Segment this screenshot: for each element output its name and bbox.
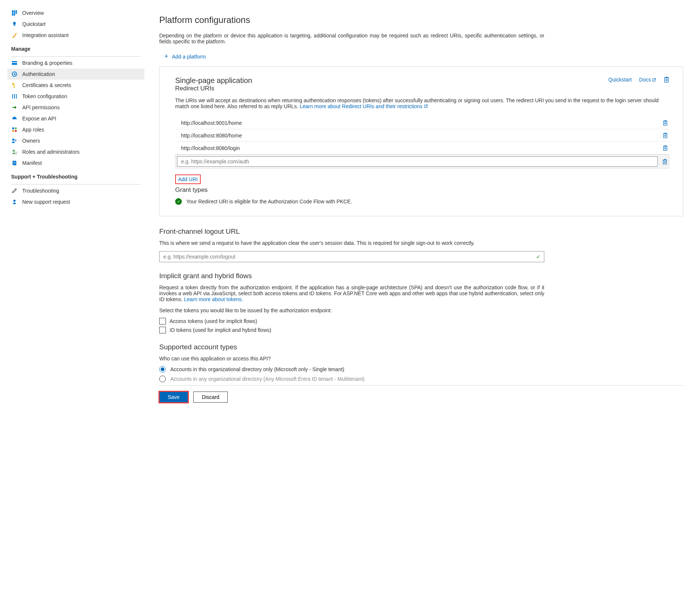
sidebar-label: Branding & properties bbox=[22, 60, 72, 66]
svg-point-8 bbox=[15, 33, 17, 34]
page-title: Platform configurations bbox=[159, 15, 683, 25]
svg-rect-19 bbox=[15, 127, 17, 129]
sidebar-label: Roles and administrators bbox=[22, 149, 80, 155]
sidebar-label: API permissions bbox=[22, 104, 60, 110]
delete-uri-icon[interactable] bbox=[662, 132, 668, 139]
svg-rect-2 bbox=[16, 10, 17, 12]
wand-icon bbox=[11, 32, 18, 39]
svg-rect-27 bbox=[13, 162, 16, 162]
logout-heading: Front-channel logout URL bbox=[159, 227, 544, 236]
sidebar-section-manage: Manage bbox=[7, 41, 144, 55]
cloud-icon bbox=[11, 115, 18, 122]
spa-title: Single-page application bbox=[175, 76, 252, 85]
sidebar-item-troubleshooting[interactable]: Troubleshooting bbox=[7, 185, 144, 196]
uri-row: http://localhost:8080/home bbox=[175, 129, 669, 142]
sidebar-section-support: Support + Troubleshooting bbox=[7, 169, 144, 183]
account-types-heading: Supported account types bbox=[159, 343, 544, 351]
sidebar-item-api-permissions[interactable]: API permissions bbox=[7, 102, 144, 113]
sidebar-label: Authentication bbox=[22, 71, 55, 77]
sidebar-item-authentication[interactable]: Authentication bbox=[7, 69, 144, 80]
external-link-icon bbox=[652, 78, 656, 82]
sidebar-item-roles-admins[interactable]: Roles and administrators bbox=[7, 146, 144, 157]
arrow-circle-icon bbox=[11, 71, 18, 77]
svg-point-24 bbox=[13, 150, 15, 152]
sidebar-item-quickstart[interactable]: Quickstart bbox=[7, 19, 144, 30]
logout-description: This is where we send a request to have … bbox=[159, 240, 544, 246]
save-button[interactable]: Save bbox=[159, 392, 188, 403]
svg-rect-21 bbox=[15, 130, 17, 132]
support-icon bbox=[11, 199, 18, 205]
grid-icon bbox=[11, 10, 18, 16]
svg-point-22 bbox=[12, 139, 14, 141]
quickstart-link[interactable]: Quickstart bbox=[608, 77, 632, 83]
svg-rect-28 bbox=[13, 163, 16, 163]
sidebar: Overview Quickstart Integration assistan… bbox=[0, 0, 144, 410]
sidebar-item-overview[interactable]: Overview bbox=[7, 7, 144, 19]
roles-icon bbox=[11, 126, 18, 133]
new-uri-input[interactable] bbox=[177, 156, 658, 167]
sidebar-label: App roles bbox=[22, 127, 44, 133]
svg-rect-16 bbox=[14, 94, 15, 99]
access-tokens-checkbox-row: Access tokens (used for implicit flows) bbox=[159, 318, 544, 324]
access-tokens-checkbox[interactable] bbox=[159, 318, 166, 324]
sidebar-item-expose-api[interactable]: Expose an API bbox=[7, 113, 144, 124]
add-platform-button[interactable]: + Add a platform bbox=[159, 50, 206, 66]
admin-icon bbox=[11, 149, 18, 155]
sidebar-item-certificates[interactable]: Certificates & secrets bbox=[7, 80, 144, 91]
implicit-heading: Implicit grant and hybrid flows bbox=[159, 272, 544, 280]
implicit-description: Request a token directly from the author… bbox=[159, 284, 544, 302]
uri-text: http://localhost:8080/login bbox=[181, 145, 662, 151]
sidebar-item-manifest[interactable]: Manifest bbox=[7, 157, 144, 169]
sidebar-item-token-config[interactable]: Token configuration bbox=[7, 91, 144, 102]
uri-list: http://localhost:9001/home http://localh… bbox=[175, 117, 669, 169]
redirect-heading: Redirect URIs bbox=[175, 85, 252, 92]
sidebar-label: Troubleshooting bbox=[22, 188, 59, 194]
people-icon bbox=[11, 137, 18, 144]
rocket-icon bbox=[11, 21, 18, 27]
sidebar-label: Owners bbox=[22, 138, 40, 144]
sidebar-label: Integration assistant bbox=[22, 32, 69, 38]
discard-button[interactable]: Discard bbox=[193, 392, 228, 403]
add-uri-button[interactable]: Add URI bbox=[175, 174, 201, 184]
svg-rect-5 bbox=[16, 12, 17, 14]
main-content: Platform configurations Depending on the… bbox=[144, 0, 698, 410]
docs-link[interactable]: Docs bbox=[639, 77, 656, 83]
sidebar-label: Expose an API bbox=[22, 116, 56, 121]
platform-description: Depending on the platform or device this… bbox=[159, 33, 544, 44]
svg-rect-0 bbox=[12, 10, 13, 12]
delete-uri-icon[interactable] bbox=[662, 145, 668, 151]
id-tokens-checkbox[interactable] bbox=[159, 327, 166, 333]
delete-platform-icon[interactable] bbox=[664, 76, 669, 83]
account-types-question: Who can use this application or access t… bbox=[159, 356, 544, 362]
svg-rect-15 bbox=[12, 94, 13, 99]
svg-rect-14 bbox=[14, 87, 15, 87]
uri-text: http://localhost:8080/home bbox=[181, 133, 662, 139]
spa-card: Single-page application Redirect URIs Qu… bbox=[159, 66, 683, 216]
single-tenant-radio[interactable] bbox=[159, 366, 166, 373]
svg-rect-17 bbox=[16, 94, 17, 99]
sidebar-item-integration[interactable]: Integration assistant bbox=[7, 30, 144, 41]
svg-rect-10 bbox=[12, 62, 17, 63]
wrench-icon bbox=[11, 187, 18, 194]
svg-point-25 bbox=[15, 152, 17, 154]
arrow-right-icon bbox=[11, 104, 18, 111]
logout-url-input[interactable] bbox=[159, 251, 544, 262]
key-icon bbox=[11, 82, 18, 89]
multi-tenant-radio[interactable] bbox=[159, 376, 166, 382]
sidebar-item-owners[interactable]: Owners bbox=[7, 135, 144, 146]
delete-uri-icon[interactable] bbox=[662, 159, 668, 165]
external-link-icon bbox=[424, 104, 428, 108]
sidebar-item-branding[interactable]: Branding & properties bbox=[7, 57, 144, 69]
learn-more-tokens-link[interactable]: Learn more about tokens. bbox=[184, 296, 243, 302]
sidebar-item-new-support[interactable]: New support request bbox=[7, 196, 144, 207]
footer-buttons: Save Discard bbox=[159, 385, 683, 403]
sidebar-label: Overview bbox=[22, 10, 44, 16]
sidebar-label: Quickstart bbox=[22, 21, 46, 27]
delete-uri-icon[interactable] bbox=[662, 120, 668, 126]
sidebar-label: Certificates & secrets bbox=[22, 82, 71, 88]
sidebar-label: New support request bbox=[22, 199, 70, 205]
sidebar-item-app-roles[interactable]: App roles bbox=[7, 124, 144, 135]
document-icon bbox=[11, 160, 18, 166]
learn-more-redirect-link[interactable]: Learn more about Redirect URIs and their… bbox=[300, 103, 428, 109]
check-circle-icon: ✓ bbox=[175, 198, 182, 205]
